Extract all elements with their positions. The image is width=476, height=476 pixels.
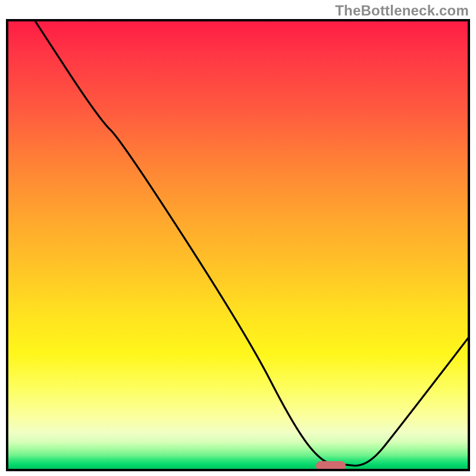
chart-container: TheBottleneck.com xyxy=(0,0,476,476)
plot-frame xyxy=(6,19,470,471)
curve-layer xyxy=(6,19,470,471)
bottleneck-curve xyxy=(34,19,470,466)
optimal-marker xyxy=(316,461,346,471)
watermark-text: TheBottleneck.com xyxy=(335,2,469,19)
